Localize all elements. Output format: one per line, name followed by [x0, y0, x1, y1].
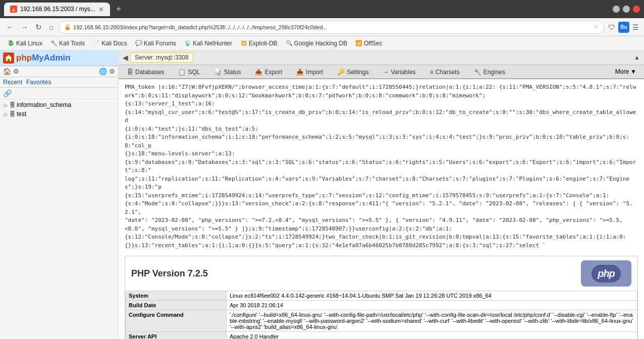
databases-tab-icon: 🗄: [127, 69, 133, 76]
charsets-tab-label: Charsets: [436, 69, 460, 76]
sidebar-settings-icon[interactable]: ⚙: [13, 68, 19, 75]
tab-status[interactable]: 📊 Status: [207, 66, 247, 78]
profile-icon[interactable]: Bu: [618, 22, 629, 33]
browser-tab[interactable]: 🔥 192.168.96.15:2003 / mys... ✕: [4, 3, 110, 16]
sidebar-home-icon[interactable]: 🏠: [3, 68, 11, 75]
table-row: Configure Command './configure' '--build…: [126, 310, 637, 332]
bookmark-kali-docs[interactable]: 📄 Kali Docs: [89, 39, 131, 48]
tab-settings[interactable]: 🔑 Settings: [331, 66, 375, 78]
sidebar-gear2-icon[interactable]: ⚙: [109, 68, 115, 75]
sql-tab-label: SQL: [188, 69, 200, 76]
db-item-test[interactable]: ▷ 🗄 test: [0, 109, 118, 119]
sidebar-recent-favorites: Recent Favorites: [0, 77, 118, 88]
reload-button[interactable]: ↻: [33, 22, 44, 33]
sidebar-connection-area: 🔗: [0, 88, 118, 99]
kali-forums-icon: 💬: [135, 40, 142, 46]
pma-house-icon: [3, 52, 14, 64]
phpmyadmin-logo: phpMyAdmin: [3, 52, 71, 64]
new-tab-button[interactable]: +: [114, 4, 124, 15]
table-row: System Linux ec814f6ee002 4.4.0-142-gene…: [126, 291, 637, 301]
php-info-header: PHP Version 7.2.5 php: [125, 256, 637, 291]
db-icon-information-schema: 🗄: [10, 102, 15, 108]
tab-import[interactable]: 📥 Import: [290, 66, 330, 78]
server-breadcrumb: Server: mysql::3308: [130, 52, 193, 63]
tab-variables[interactable]: → Variables: [376, 66, 422, 78]
php-version-title: PHP Version 7.2.5: [131, 268, 208, 279]
db-item-information-schema[interactable]: ▷ 🗄 information_schema: [0, 100, 118, 109]
bookmarks-bar: 🐉 Kali Linux 🔧 Kali Tools 📄 Kali Docs 💬 …: [0, 36, 644, 50]
tab-favicon: 🔥: [10, 6, 17, 13]
security-lock-icon: 🔒: [64, 24, 71, 30]
shield-icon[interactable]: 🛡: [607, 22, 616, 32]
bookmark-exploit-db[interactable]: 💥 Exploit-DB: [237, 39, 281, 48]
import-tab-icon: 📥: [296, 69, 304, 76]
kali-tools-icon: 🔧: [50, 40, 58, 46]
bookmark-kali-nethunter[interactable]: 📡 Kali NetHunter: [181, 39, 236, 48]
maximize-button[interactable]: [623, 6, 630, 13]
table-key: System: [126, 291, 227, 301]
window-controls: [613, 6, 640, 13]
connection-icon: 🔗: [3, 89, 12, 97]
browser-titlebar: 🔥 192.168.96.15:2003 / mys... ✕ +: [0, 0, 644, 18]
bookmark-kali-tools[interactable]: 🔧 Kali Tools: [47, 39, 88, 48]
export-tab-icon: 📤: [255, 69, 262, 76]
exploit-db-icon: 💥: [240, 40, 247, 46]
home-button[interactable]: ⌂: [47, 22, 56, 32]
kali-linux-icon: 🐉: [8, 40, 15, 46]
engines-tab-icon: 🔧: [474, 69, 481, 76]
charsets-tab-icon: ≡: [430, 69, 434, 76]
address-bar[interactable]: 🔒 192.168.96.15:2003/index.php?target=db…: [59, 21, 604, 34]
tab-charsets[interactable]: ≡ Charsets: [423, 66, 466, 78]
more-chevron-icon: ▼: [630, 68, 636, 75]
php-logo-inner: php: [592, 265, 621, 282]
data-content: PMA_token |s:16:"Z7|W:8FvfjpXEKN/";brows…: [119, 79, 644, 339]
table-key: Configure Command: [126, 310, 227, 332]
table-key: Server API: [126, 332, 227, 340]
table-row: Server API Apache 2.0 Handler: [126, 332, 637, 340]
kali-docs-icon: 📄: [93, 40, 100, 46]
settings-tab-icon: 🔑: [337, 69, 345, 76]
bookmark-kali-forums[interactable]: 💬 Kali Forums: [132, 39, 180, 48]
php-info-section: PHP Version 7.2.5 php System Linux ec814…: [125, 256, 638, 339]
php-info-table: System Linux ec814f6ee002 4.4.0-142-gene…: [125, 291, 637, 339]
expand-content-button[interactable]: ▲: [634, 54, 640, 61]
menu-icon[interactable]: ☰: [631, 22, 640, 32]
tab-sql[interactable]: 📋 SQL: [172, 66, 206, 78]
sql-tab-icon: 📋: [178, 69, 186, 76]
back-button[interactable]: ←: [4, 22, 16, 32]
expand-icon: ▷: [4, 102, 8, 108]
bookmark-offsec[interactable]: 📶 OffSec: [352, 39, 386, 48]
import-tab-label: Import: [306, 69, 323, 76]
svg-marker-0: [5, 55, 12, 61]
address-text: 192.168.96.15:2003/index.php?target=db_d…: [73, 24, 592, 30]
status-tab-icon: 📊: [214, 69, 222, 76]
sidebar: phpMyAdmin 🏠 ⚙ 🌐 ⚙ Recent Favorites 🔗 ▷ …: [0, 50, 119, 339]
close-button[interactable]: [633, 6, 640, 13]
content-header: ◀ Server: mysql::3308 ▲: [119, 50, 644, 65]
tab-engines[interactable]: 🔧 Engines: [467, 66, 512, 78]
table-key: Build Date: [126, 301, 227, 310]
sidebar-logo-area: phpMyAdmin: [0, 50, 118, 66]
tab-export[interactable]: 📤 Export: [248, 66, 289, 78]
settings-tab-label: Settings: [347, 69, 368, 76]
forward-button[interactable]: →: [19, 22, 30, 32]
tab-close-button[interactable]: ✕: [98, 6, 104, 13]
bookmark-star-icon[interactable]: ☆: [594, 24, 599, 30]
table-value: './configure' '--build=x86_64-linux-gnu'…: [227, 310, 637, 332]
variables-tab-label: Variables: [391, 69, 415, 76]
sidebar-collapse-button[interactable]: ◀: [123, 53, 128, 62]
variables-tab-icon: →: [383, 69, 389, 76]
tab-more[interactable]: More ▼: [610, 65, 642, 78]
recent-link[interactable]: Recent: [3, 79, 22, 86]
bookmark-google-hacking-db[interactable]: 🔍 Google Hacking DB: [282, 39, 351, 48]
favorites-link[interactable]: Favorites: [26, 79, 51, 86]
bookmark-kali-linux[interactable]: 🐉 Kali Linux: [4, 39, 46, 48]
expand-icon-test: ▷: [4, 111, 8, 117]
php-session-data: PMA_token |s:16:"Z7|W:8FvfjpXEKN/";brows…: [123, 81, 640, 252]
browser-toolbar: ← → ↻ ⌂ 🔒 192.168.96.15:2003/index.php?t…: [0, 18, 644, 36]
minimize-button[interactable]: [613, 6, 620, 13]
tab-databases[interactable]: 🗄 Databases: [121, 66, 171, 78]
sidebar-globe-icon[interactable]: 🌐: [99, 68, 107, 75]
tab-title: 192.168.96.15:2003 / mys...: [20, 6, 95, 13]
table-row: Build Date Apr 30 2018 21:06:14: [126, 301, 637, 310]
